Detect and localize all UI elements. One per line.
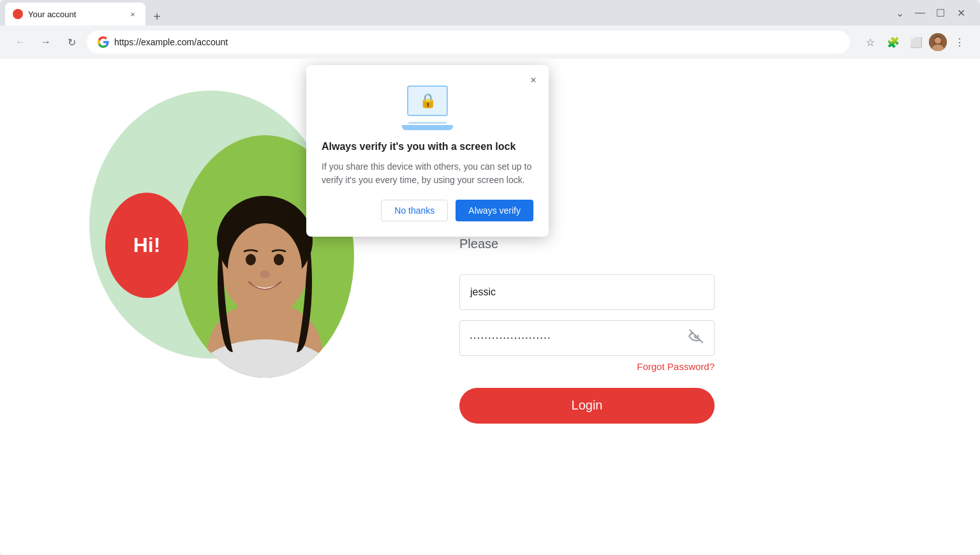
bookmark-icon: ☆ (866, 36, 875, 48)
extensions-button[interactable]: 🧩 (883, 32, 903, 52)
extensions-icon: 🧩 (887, 36, 900, 48)
svg-point-12 (246, 255, 255, 265)
tab-close-button[interactable]: × (128, 9, 138, 19)
svg-point-13 (274, 255, 283, 265)
reload-button[interactable]: ↻ (61, 32, 82, 52)
google-icon (98, 36, 109, 48)
title-bar: Your account × + ⌄ — ☐ ✕ (0, 0, 980, 26)
password-dots: •••••••••••••••••••••• (470, 335, 688, 341)
password-input[interactable]: •••••••••••••••••••••• (459, 320, 715, 356)
minimize-button[interactable]: — (911, 4, 929, 22)
back-icon: ← (15, 36, 26, 48)
username-input[interactable]: jessic (459, 274, 715, 310)
bookmark-button[interactable]: ☆ (860, 32, 880, 52)
url-text: https://example.com/account (114, 37, 839, 47)
reload-icon: ↻ (68, 36, 76, 48)
forward-icon: → (41, 36, 51, 48)
maximize-button[interactable]: ☐ (932, 4, 949, 22)
new-tab-button[interactable]: + (148, 8, 166, 26)
welcome-title: W (459, 191, 929, 229)
forgot-password-area: Forgot Password? (459, 361, 715, 373)
tab-title: Your account (28, 10, 122, 19)
menu-button[interactable]: ⋮ (949, 32, 970, 52)
nav-right-controls: ☆ 🧩 ⬜ (860, 32, 970, 52)
avatar-image (929, 33, 947, 51)
address-bar[interactable]: https://example.com/account (87, 31, 850, 54)
close-window-button[interactable]: ✕ (952, 4, 970, 22)
hi-greeting: Hi! (133, 233, 161, 257)
page-content: Hi! (0, 59, 980, 555)
tab-favicon (13, 9, 23, 19)
cast-icon: ⬜ (910, 36, 923, 48)
svg-point-14 (260, 270, 270, 278)
tab-area: Your account × + (5, 0, 166, 26)
hi-oval: Hi! (105, 193, 188, 298)
dropdown-button[interactable]: ⌄ (891, 4, 909, 22)
profile-avatar[interactable] (929, 33, 947, 51)
username-value: jessic (470, 286, 704, 298)
cast-button[interactable]: ⬜ (906, 32, 926, 52)
nav-bar: ← → ↻ https://example.com/account ☆ 🧩 (0, 26, 980, 59)
menu-icon: ⋮ (954, 36, 965, 48)
forgot-password-link[interactable]: Forgot Password? (637, 361, 715, 372)
browser-window: Your account × + ⌄ — ☐ ✕ ← → ↻ (0, 0, 980, 555)
welcome-subtitle: Please (459, 237, 929, 251)
forward-button[interactable]: → (36, 32, 56, 52)
back-button[interactable]: ← (10, 32, 31, 52)
person-photo (175, 135, 354, 378)
login-button[interactable]: Login (459, 388, 715, 424)
right-section: W Please jessic •••••••••••••••••••••• F… (421, 59, 980, 555)
left-section: Hi! (0, 59, 421, 555)
window-controls: ⌄ — ☐ ✕ (891, 4, 975, 22)
toggle-password-icon[interactable] (688, 329, 704, 347)
active-tab[interactable]: Your account × (5, 3, 145, 26)
person-illustration (175, 135, 354, 378)
svg-point-9 (228, 223, 302, 315)
